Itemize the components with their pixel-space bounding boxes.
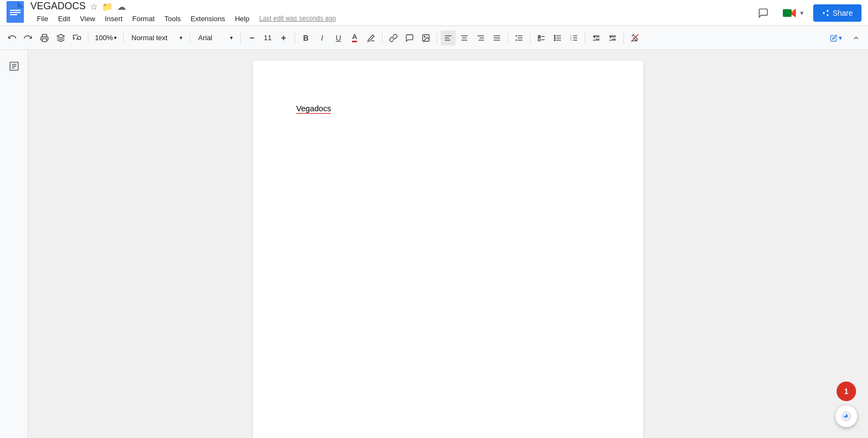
title-bar: VEGADOCS ☆ 📁 ☁ File Edit View Insert For…: [0, 0, 868, 26]
menu-insert[interactable]: Insert: [100, 12, 127, 25]
menu-bar: File Edit View Insert Format Tools Exten…: [30, 12, 749, 25]
undo-button[interactable]: [4, 30, 20, 46]
bottom-right-panel: 1: [835, 382, 857, 427]
menu-help[interactable]: Help: [231, 12, 254, 25]
print-button[interactable]: [37, 30, 52, 46]
notification-badge[interactable]: 1: [837, 382, 856, 401]
separator-10: [585, 33, 585, 43]
menu-tools[interactable]: Tools: [160, 12, 185, 25]
menu-file[interactable]: File: [33, 12, 53, 25]
line-spacing-button[interactable]: [512, 30, 527, 46]
collapse-toolbar-button[interactable]: [848, 30, 864, 46]
clear-formatting-button[interactable]: [627, 30, 642, 46]
separator-1: [88, 33, 88, 43]
checklist-button[interactable]: [534, 30, 549, 46]
separator-2: [123, 33, 124, 43]
svg-rect-3: [10, 14, 17, 15]
bullet-list-button[interactable]: [550, 30, 565, 46]
doc-title[interactable]: VEGADOCS: [30, 1, 86, 12]
style-dropdown-icon: ▾: [180, 35, 182, 41]
numbered-list-button[interactable]: 1. 2. 3.: [566, 30, 582, 46]
svg-rect-2: [10, 12, 21, 13]
font-size-value[interactable]: 11: [260, 33, 275, 43]
svg-point-35: [554, 40, 555, 41]
font-size-decrease[interactable]: −: [244, 30, 259, 46]
zoom-value: 100%: [95, 34, 113, 42]
link-button[interactable]: [386, 30, 401, 46]
separator-6: [382, 33, 382, 43]
menu-extensions[interactable]: Extensions: [186, 12, 229, 25]
separator-4: [240, 33, 241, 43]
svg-rect-29: [538, 39, 540, 41]
comments-button[interactable]: [754, 3, 773, 23]
svg-point-31: [554, 35, 555, 36]
indent-decrease-button[interactable]: [589, 30, 604, 46]
font-selector[interactable]: Arial ▾: [194, 33, 237, 43]
doc-app-icon[interactable]: [7, 1, 24, 25]
editing-mode-button[interactable]: ▾: [827, 30, 845, 46]
style-selector[interactable]: Normal text ▾: [127, 33, 187, 43]
image-button[interactable]: [418, 30, 433, 46]
redo-button[interactable]: [21, 30, 36, 46]
italic-button[interactable]: I: [315, 30, 330, 46]
share-button[interactable]: Share: [813, 4, 861, 22]
indent-increase-button[interactable]: [605, 30, 620, 46]
menu-view[interactable]: View: [75, 12, 99, 25]
svg-point-11: [424, 36, 425, 37]
font-dropdown-icon: ▾: [230, 35, 233, 41]
move-to-icon[interactable]: 📁: [102, 2, 113, 12]
outline-icon[interactable]: [4, 56, 24, 76]
comment-button[interactable]: [402, 30, 417, 46]
svg-rect-9: [78, 36, 80, 39]
doc-area[interactable]: Vegadocs: [28, 50, 868, 438]
doc-content[interactable]: Vegadocs: [296, 104, 600, 113]
toolbar-right-group: ▾: [827, 30, 864, 46]
separator-9: [530, 33, 531, 43]
sidebar: [0, 50, 28, 438]
main-area: Vegadocs: [0, 50, 868, 438]
svg-point-33: [554, 37, 555, 39]
font-value: Arial: [198, 34, 212, 42]
toolbar: 100% ▾ Normal text ▾ Arial ▾ − 11 + B I …: [0, 26, 868, 50]
text-color-button[interactable]: A: [347, 30, 362, 46]
paint-format-button[interactable]: [69, 30, 85, 46]
font-size-increase[interactable]: +: [276, 30, 291, 46]
star-icon[interactable]: ☆: [90, 2, 98, 12]
header-right: ▾ Share: [754, 3, 861, 23]
svg-rect-8: [42, 39, 47, 41]
doc-page: Vegadocs: [253, 61, 643, 438]
meet-button[interactable]: ▾: [777, 4, 809, 22]
zoom-selector[interactable]: 100% ▾: [92, 33, 120, 43]
separator-5: [295, 33, 295, 43]
cloud-icon[interactable]: ☁: [117, 2, 126, 12]
align-right-button[interactable]: [473, 30, 488, 46]
last-edit-label: Last edit was seconds ago: [259, 15, 336, 22]
bold-button[interactable]: B: [298, 30, 314, 46]
doc-text: Vegadocs: [296, 104, 331, 114]
separator-7: [437, 33, 437, 43]
underline-button[interactable]: U: [331, 30, 346, 46]
highlight-button[interactable]: [363, 30, 379, 46]
style-value: Normal text: [131, 34, 167, 42]
title-area: VEGADOCS ☆ 📁 ☁ File Edit View Insert For…: [30, 1, 749, 25]
zoom-dropdown-icon: ▾: [114, 35, 117, 41]
justify-button[interactable]: [489, 30, 505, 46]
svg-text:3.: 3.: [570, 39, 572, 41]
menu-edit[interactable]: Edit: [54, 12, 74, 25]
align-left-button[interactable]: [441, 30, 456, 46]
svg-rect-1: [10, 10, 21, 11]
separator-8: [508, 33, 508, 43]
separator-3: [190, 33, 190, 43]
spellcheck-button[interactable]: [53, 30, 68, 46]
separator-11: [623, 33, 624, 43]
align-center-button[interactable]: [457, 30, 472, 46]
svg-rect-5: [783, 9, 792, 17]
share-label: Share: [833, 9, 853, 17]
menu-format[interactable]: Format: [128, 12, 159, 25]
assistant-button[interactable]: [835, 405, 857, 427]
notification-count: 1: [844, 387, 848, 396]
